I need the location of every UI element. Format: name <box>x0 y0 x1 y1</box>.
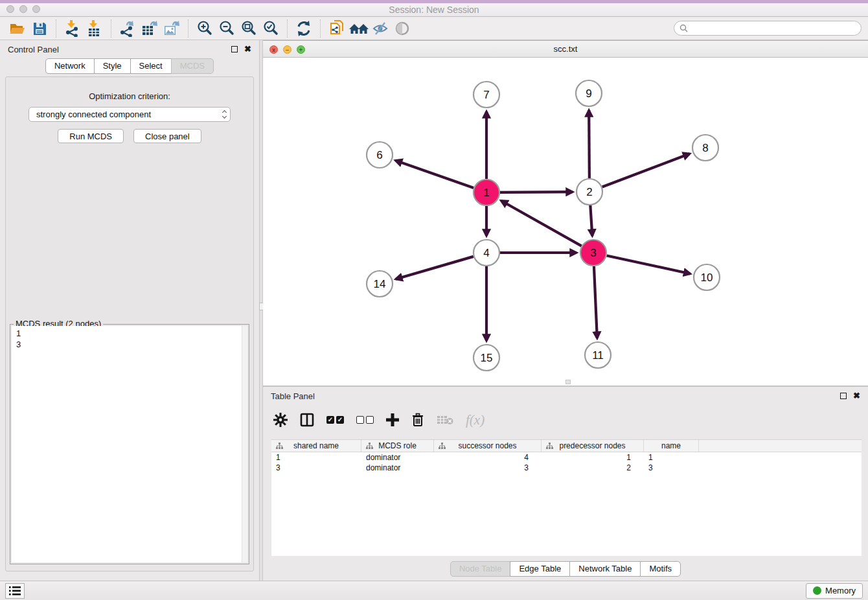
table-cell[interactable]: dominator <box>361 463 434 473</box>
tab-select[interactable]: Select <box>130 58 172 74</box>
graph-node-label: 8 <box>702 142 708 154</box>
result-scrollbar[interactable] <box>242 326 247 562</box>
main-toolbar <box>0 17 868 40</box>
tab-network-table[interactable]: Network Table <box>569 561 641 577</box>
close-panel-button[interactable]: Close panel <box>133 129 201 143</box>
export-network-icon[interactable] <box>117 19 139 38</box>
table-cell[interactable]: 3 <box>644 463 699 473</box>
table-cell[interactable]: 1 <box>271 452 361 463</box>
task-history-button[interactable] <box>5 583 25 599</box>
import-table-icon[interactable] <box>84 19 106 38</box>
export-image-icon[interactable] <box>161 19 183 38</box>
tab-motifs[interactable]: Motifs <box>640 561 681 577</box>
clone-network-icon[interactable] <box>326 19 348 38</box>
graph-edge-3-11[interactable] <box>594 266 597 338</box>
table-cell[interactable]: 4 <box>434 452 542 463</box>
graph-edge-1-2[interactable] <box>500 192 573 192</box>
table-panel-title: Table Panel <box>271 391 315 401</box>
home-icon[interactable] <box>348 19 370 38</box>
close-panel-icon[interactable]: ✖ <box>244 46 251 52</box>
graph-node-label: 2 <box>586 186 592 198</box>
chevron-up-down-icon <box>223 111 226 118</box>
hierarchy-icon <box>366 443 373 450</box>
select-all-icon[interactable]: ✓✓ <box>326 411 344 428</box>
float-table-panel-icon[interactable] <box>840 393 847 399</box>
network-resize-grip[interactable] <box>565 380 571 384</box>
search-icon <box>680 24 688 32</box>
delete-icon[interactable] <box>411 411 424 428</box>
session-title: Session: New Session <box>0 5 868 15</box>
gear-icon[interactable] <box>273 411 288 428</box>
run-mcds-button[interactable]: Run MCDS <box>58 129 124 143</box>
table-body: 1dominator4113dominator323 <box>271 452 862 473</box>
float-panel-icon[interactable] <box>231 46 238 52</box>
hierarchy-icon <box>546 443 553 450</box>
add-icon[interactable] <box>386 411 399 428</box>
memory-status-icon <box>813 586 821 595</box>
mcds-result-value: 3 <box>16 339 247 350</box>
column-label: MCDS role <box>378 441 417 450</box>
column-header-MCDS-role[interactable]: MCDS role <box>361 440 434 452</box>
column-icon[interactable] <box>300 411 314 428</box>
toolbar-separator <box>111 19 111 38</box>
save-session-icon[interactable] <box>29 19 51 38</box>
memory-button[interactable]: Memory <box>806 583 863 599</box>
table-cell[interactable]: 3 <box>434 463 542 473</box>
table-cell[interactable]: 1 <box>644 452 699 463</box>
graph-node-label: 7 <box>483 89 489 101</box>
column-header-name[interactable]: name <box>644 440 699 452</box>
table-row[interactable]: 1dominator411 <box>271 452 862 463</box>
open-file-icon[interactable] <box>6 19 29 38</box>
table-row[interactable]: 3dominator323 <box>271 463 862 473</box>
search-input[interactable] <box>691 24 856 33</box>
table-cell[interactable]: 1 <box>542 452 644 463</box>
toolbar-separator <box>320 19 321 38</box>
zoom-out-icon[interactable] <box>216 19 238 38</box>
tab-style[interactable]: Style <box>94 58 131 74</box>
column-header-predecessor-nodes[interactable]: predecessor nodes <box>542 440 644 452</box>
optimization-criterion-label: Optimization criterion: <box>6 91 253 101</box>
table-panel: Table Panel ✖ <box>263 386 868 581</box>
graph-node-label: 10 <box>701 271 713 284</box>
table-cell[interactable]: dominator <box>361 452 434 463</box>
close-table-panel-icon[interactable]: ✖ <box>853 393 860 399</box>
mcds-result-value: 1 <box>16 328 247 339</box>
tab-node-table[interactable]: Node Table <box>450 561 511 577</box>
column-label: shared name <box>293 441 339 450</box>
graph-edge-3-10[interactable] <box>607 255 691 273</box>
toolbar-separator <box>287 19 288 38</box>
control-panel-tabbar: NetworkStyleSelectMCDS <box>0 58 259 74</box>
zoom-selected-icon[interactable] <box>260 19 282 38</box>
graph-edge-4-14[interactable] <box>396 257 474 279</box>
show-icon[interactable] <box>392 19 414 38</box>
app-titlebar: Session: New Session <box>0 0 868 17</box>
control-panel-header: Control Panel ✖ <box>0 40 259 58</box>
graph-edge-2-9[interactable] <box>589 110 589 178</box>
zoom-in-icon[interactable] <box>194 19 216 38</box>
import-network-icon[interactable] <box>62 19 84 38</box>
search-field[interactable] <box>674 21 862 36</box>
column-label: successor nodes <box>458 441 516 450</box>
table-toolbar: ✓✓ <box>263 405 868 433</box>
column-header-shared-name[interactable]: shared name <box>271 440 361 452</box>
graph-node-label: 9 <box>586 87 591 100</box>
tab-network[interactable]: Network <box>45 58 95 74</box>
network-canvas[interactable]: 7968124314101511 <box>263 58 868 386</box>
hierarchy-icon <box>439 443 446 450</box>
deselect-all-icon[interactable] <box>356 411 374 428</box>
graph-edge-3-1[interactable] <box>501 201 582 246</box>
table-cell[interactable]: 2 <box>542 463 644 473</box>
refresh-icon[interactable] <box>293 19 315 38</box>
criterion-dropdown[interactable]: strongly connected component <box>29 107 231 122</box>
criterion-value: strongly connected component <box>36 110 151 119</box>
graph-edge-2-3[interactable] <box>590 205 592 236</box>
tab-edge-table[interactable]: Edge Table <box>510 561 570 577</box>
export-table-icon[interactable] <box>139 19 161 38</box>
graph-edge-2-8[interactable] <box>602 154 690 187</box>
graph-edge-1-6[interactable] <box>396 161 474 188</box>
zoom-fit-icon[interactable] <box>238 19 260 38</box>
tab-mcds[interactable]: MCDS <box>171 58 214 74</box>
table-cell[interactable]: 3 <box>271 463 361 473</box>
column-header-successor-nodes[interactable]: successor nodes <box>434 440 542 452</box>
hide-icon[interactable] <box>370 19 392 38</box>
